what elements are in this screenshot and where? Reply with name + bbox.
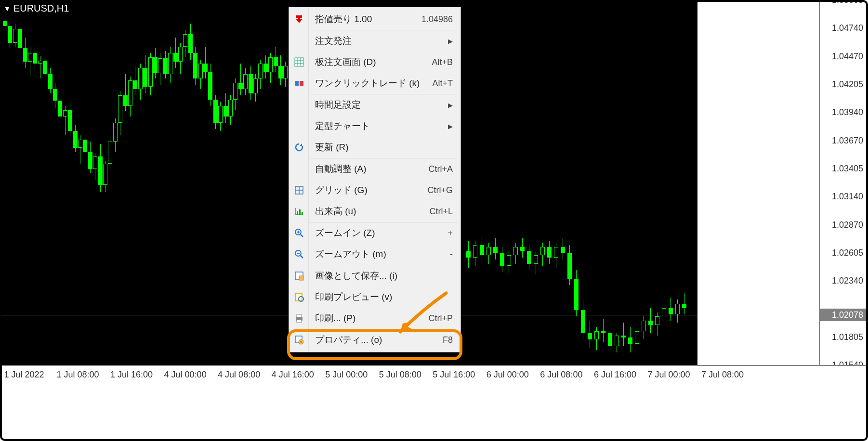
x-axis: 1 Jul 20221 Jul 08:001 Jul 16:004 Jul 00… [0,365,868,392]
chart-context-menu[interactable]: 指値売り 1.001.04986注文発注▶板注文画面 (D)Alt+Bワンクリッ… [289,7,461,352]
menu-item[interactable]: グリッド (G)Ctrl+G [289,180,460,201]
menu-item-label: ズームアウト (m) [315,248,450,260]
candle [513,243,518,264]
svg-rect-13 [299,276,303,280]
menu-item-label: 印刷プレビュー (v) [315,291,453,303]
candle [173,38,178,68]
candle [480,236,484,262]
menu-item-shortcut: Ctrl+A [428,164,453,174]
candle [628,327,632,352]
menu-item[interactable]: 更新 (R) [289,137,460,158]
blank-icon [294,164,304,174]
menu-item-label: ズームイン (Z) [315,227,447,239]
zoomin-icon [294,228,304,238]
candle [682,293,686,314]
y-tick: 1.04740 [832,23,863,33]
x-tick: 4 Jul 08:00 [218,370,260,380]
menu-item[interactable]: ズームアウト (m)- [289,244,460,265]
menu-item[interactable]: プロパティ... (o)F8 [289,329,460,350]
menu-item[interactable]: ワンクリックトレード (k)Alt+T [289,73,460,94]
menu-item[interactable]: 自動調整 (A)Ctrl+A [289,158,460,180]
y-tick: 1.02340 [832,275,863,285]
y-tick: 1.03140 [832,191,863,201]
y-tick: 1.03405 [832,164,863,174]
candle [274,47,278,72]
svg-rect-18 [297,320,302,323]
candle [78,135,82,164]
candle [263,55,268,78]
menu-item[interactable]: 出来高 (u)Ctrl+L [289,201,460,222]
candle [153,48,158,78]
x-tick: 1 Jul 2022 [4,370,44,380]
menu-item-shortcut: Ctrl+P [428,313,453,324]
candle [224,93,228,123]
candle [48,68,53,93]
candle [278,55,283,85]
candle [662,304,666,327]
menu-item-label: ワンクリックトレード (k) [315,77,432,90]
menu-item-label: 時間足設定 [315,99,448,111]
candle [669,298,673,321]
candle [615,333,619,352]
candle [193,47,197,85]
menu-item-label: 指値売り 1.00 [315,13,421,26]
menu-item-shortcut: Alt+B [432,57,453,67]
menu-item-label: グリッド (G) [315,184,427,196]
candle [554,243,558,268]
candle [466,241,471,268]
menu-item-shortcut: Ctrl+G [427,185,453,195]
current-price-tag: 1.02078 [820,309,868,321]
y-tick: 1.03940 [832,107,863,117]
candle [249,66,253,100]
x-tick: 6 Jul 08:00 [540,370,582,380]
candle [113,118,118,152]
menu-item-label: 板注文画面 (D) [315,56,432,68]
candle [534,251,538,274]
candle [178,43,183,75]
menu-item[interactable]: 定型チャート▶ [289,116,460,137]
candle [58,94,62,121]
x-tick: 6 Jul 16:00 [594,370,636,380]
y-tick: 1.03670 [832,136,863,146]
candle [540,243,545,266]
oneclick-icon [294,78,304,89]
candle [655,312,659,336]
candle [594,327,599,350]
menu-item[interactable]: 指値売り 1.001.04986 [289,9,460,30]
submenu-arrow-icon: ▶ [448,123,453,130]
candle [567,245,572,285]
candle [148,53,153,95]
properties-icon [294,335,304,345]
candle [33,47,37,70]
candle [98,144,103,193]
menu-item[interactable]: 板注文画面 (D)Alt+B [289,52,460,73]
candle [183,30,187,57]
submenu-arrow-icon: ▶ [448,102,453,109]
menu-item[interactable]: 注文発注▶ [289,30,460,52]
menu-item[interactable]: 印刷プレビュー (v) [289,286,460,308]
menu-item[interactable]: ズームイン (Z)+ [289,222,460,244]
candle [133,66,137,95]
zoomout-icon [294,249,304,259]
candle [473,241,477,266]
x-tick: 6 Jul 00:00 [487,370,529,380]
menu-item-label: 自動調整 (A) [315,163,428,175]
candle [88,142,92,173]
svg-rect-6 [300,81,303,86]
menu-item[interactable]: 印刷... (P)Ctrl+P [289,308,460,329]
y-tick: 1.01805 [832,332,863,342]
candle [143,55,147,93]
x-tick: 7 Jul 00:00 [647,370,690,380]
candle [8,22,12,48]
menu-item[interactable]: 時間足設定▶ [289,94,460,116]
chart-dropdown-icon[interactable]: ▼ [4,5,11,13]
svg-rect-8 [299,209,301,215]
y-tick: 1.02870 [832,220,863,230]
y-tick: 1.04205 [832,79,863,90]
candle [574,270,579,316]
preview-icon [294,292,304,302]
menu-item[interactable]: 画像として保存... (i) [289,265,460,286]
candle [268,53,273,82]
candle [520,238,525,257]
candle [258,60,263,89]
